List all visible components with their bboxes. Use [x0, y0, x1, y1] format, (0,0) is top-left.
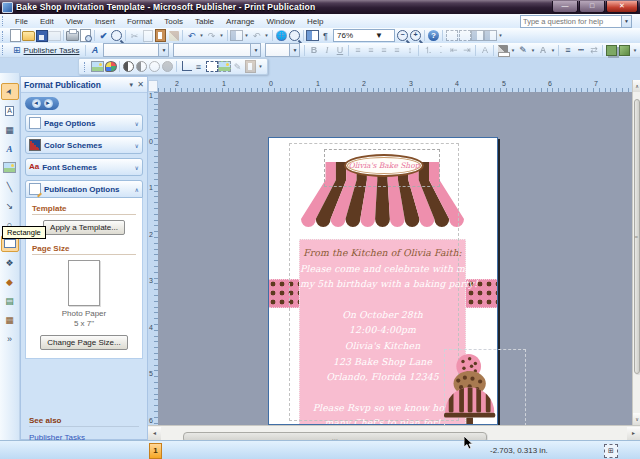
task-pane-forward-icon[interactable]: ►	[44, 99, 53, 108]
bookmark-tool[interactable]: ◆	[1, 273, 19, 290]
hyperlink-icon[interactable]: 🌐	[275, 29, 288, 42]
horizontal-scrollbar[interactable]: ◄ ⋯ ►	[148, 425, 640, 440]
style-combobox[interactable]: ▼	[103, 43, 169, 57]
increase-indent-icon[interactable]: ⇥	[460, 44, 473, 57]
bold-icon[interactable]: B	[307, 44, 320, 57]
styles-icon[interactable]: A	[88, 44, 101, 57]
set-transparent-color-icon[interactable]: ✎	[231, 60, 244, 73]
zoom-out-icon[interactable]: −	[396, 29, 409, 42]
bullets-icon[interactable]: ⁚	[434, 44, 447, 57]
redo-icon[interactable]: ↷	[205, 29, 218, 42]
section-color-schemes[interactable]: Color Schemes ∨	[25, 136, 143, 154]
menu-arrange[interactable]: Arrange	[220, 16, 260, 27]
line-spacing-icon[interactable]: ↕	[403, 44, 416, 57]
insert-table-tool[interactable]: ▦	[1, 121, 19, 138]
line-tool[interactable]: ╲	[1, 178, 19, 195]
line-color-dropdown-icon[interactable]: ▼	[529, 48, 536, 53]
arrow-tool[interactable]: ↘	[1, 197, 19, 214]
next-text-box-icon[interactable]	[484, 29, 497, 42]
paste-icon[interactable]	[154, 29, 167, 42]
section-page-options[interactable]: Page Options ∨	[25, 114, 143, 132]
standard-toolbar-handle[interactable]	[2, 31, 6, 41]
print-preview-icon[interactable]	[79, 29, 92, 42]
more-brightness-icon[interactable]	[148, 60, 161, 73]
insert-picture-icon[interactable]	[91, 60, 104, 73]
font-color-dropdown-icon[interactable]: ▼	[549, 48, 556, 53]
section-publication-options[interactable]: Publication Options ∧	[25, 180, 143, 198]
text-wrapping-icon[interactable]	[205, 60, 218, 73]
format-painter-icon[interactable]	[167, 29, 180, 42]
vertical-scrollbar[interactable]: ∧ = ∨	[632, 80, 640, 425]
research-icon[interactable]	[110, 29, 123, 42]
less-brightness-icon[interactable]	[161, 60, 174, 73]
copy-icon[interactable]	[141, 29, 154, 42]
zoom-dropdown-icon[interactable]: ▼	[364, 31, 394, 40]
less-contrast-icon[interactable]	[135, 60, 148, 73]
more-tools-chevron-icon[interactable]: »	[1, 330, 19, 347]
help-search-input[interactable]	[521, 17, 621, 26]
menu-window[interactable]: Window	[261, 16, 301, 27]
item-from-content-library-tool[interactable]: ▦	[1, 311, 19, 328]
help-dropdown-icon[interactable]: ▼	[621, 16, 631, 27]
change-page-size-button[interactable]: Change Page Size...	[40, 335, 127, 350]
cut-icon[interactable]: ✂	[128, 29, 141, 42]
scroll-up-icon[interactable]: ∧	[633, 80, 640, 92]
redo-dropdown-icon[interactable]: ▼	[218, 33, 225, 38]
page-1-badge[interactable]: 1	[149, 443, 162, 459]
ruler-origin-box[interactable]	[148, 80, 158, 92]
zoom-in-icon[interactable]: +	[409, 29, 422, 42]
menu-insert[interactable]: Insert	[89, 16, 121, 27]
dash-style-icon[interactable]: ┅	[574, 44, 587, 57]
vertical-scrollbar-thumb[interactable]: =	[634, 99, 640, 374]
color-icon[interactable]	[104, 60, 117, 73]
close-button[interactable]: ✕	[606, 1, 638, 13]
design-gallery-object-tool[interactable]: ▤	[1, 292, 19, 309]
picture-line-style-icon[interactable]: ≡	[192, 60, 205, 73]
print-icon[interactable]	[66, 29, 79, 42]
menu-file[interactable]: File	[9, 16, 34, 27]
invitation-text-box[interactable]: From the Kitchen of Olivia Faith: Please…	[299, 239, 466, 425]
bring-to-front-dropdown-icon[interactable]: ▼	[243, 33, 250, 38]
undo-dropdown-icon[interactable]: ▼	[198, 33, 205, 38]
previous-text-box-icon[interactable]	[471, 29, 484, 42]
scroll-right-icon[interactable]: ►	[627, 427, 640, 440]
scroll-down-icon[interactable]: ∨	[633, 413, 640, 425]
mail-recipient-icon[interactable]	[48, 29, 61, 42]
spelling-icon[interactable]: ✔	[97, 29, 110, 42]
underline-icon[interactable]: U	[333, 44, 346, 57]
align-right-icon[interactable]: ≡	[377, 44, 390, 57]
font-color-icon[interactable]: A	[536, 44, 549, 57]
formatting-toolbar-options-icon[interactable]: ▼	[631, 48, 638, 53]
more-contrast-icon[interactable]	[122, 60, 135, 73]
autoshapes-tool[interactable]: ❖	[1, 254, 19, 271]
picture-toolbar-options-icon[interactable]: ▼	[257, 64, 264, 69]
format-picture-icon[interactable]	[218, 60, 231, 73]
menu-tools[interactable]: Tools	[158, 16, 189, 27]
open-icon[interactable]	[22, 29, 35, 42]
rotate-icon[interactable]: ↶	[250, 29, 263, 42]
publication-canvas[interactable]: From the Kitchen of Olivia Faith: Please…	[158, 92, 632, 425]
decrease-indent-icon[interactable]: ⇤	[447, 44, 460, 57]
decrease-font-size-icon[interactable]: A	[478, 44, 491, 57]
zoom-tool-icon[interactable]	[288, 29, 301, 42]
publisher-tasks-button[interactable]: ⊞ Publisher Tasks	[9, 45, 83, 55]
menu-table[interactable]: Table	[189, 16, 220, 27]
align-center-icon[interactable]: ≡	[364, 44, 377, 57]
help-icon[interactable]: ?	[427, 29, 440, 42]
two-page-view-icon[interactable]	[306, 29, 319, 42]
task-pane-menu-icon[interactable]: ▼	[128, 82, 134, 88]
formatting-toolbar-handle[interactable]	[2, 45, 6, 55]
line-color-icon[interactable]: ✎	[516, 44, 529, 57]
break-text-box-link-icon[interactable]	[458, 29, 471, 42]
menu-view[interactable]: View	[60, 16, 89, 27]
apply-template-button[interactable]: Apply a Template...	[43, 220, 125, 235]
new-document-icon[interactable]	[9, 29, 22, 42]
menu-edit[interactable]: Edit	[34, 16, 60, 27]
fill-color-dropdown-icon[interactable]: ▼	[509, 48, 516, 53]
bring-to-front-icon[interactable]	[230, 29, 243, 42]
menu-drag-handle[interactable]	[2, 16, 6, 26]
shadow-style-icon[interactable]	[605, 44, 618, 57]
align-left-icon[interactable]: ≡	[351, 44, 364, 57]
select-objects-tool[interactable]: ➤	[1, 83, 19, 100]
arrow-style-icon[interactable]: ⇄	[587, 44, 600, 57]
